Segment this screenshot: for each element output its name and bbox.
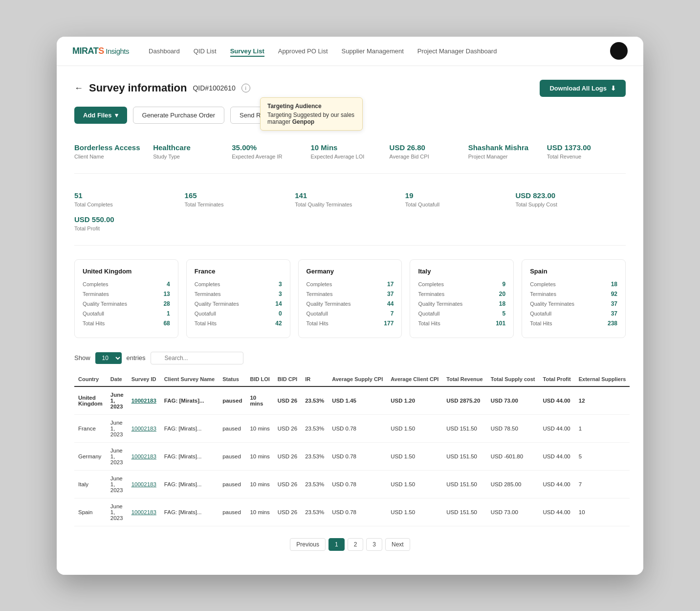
country-stat-row: Terminates 92 xyxy=(530,291,617,297)
nav-qid-list[interactable]: QID List xyxy=(194,45,217,57)
pagination-previous[interactable]: Previous xyxy=(290,538,326,551)
table-cell-2-2: 10002183 xyxy=(128,442,160,470)
pagination-next[interactable]: Next xyxy=(385,538,410,551)
show-label: Show xyxy=(74,354,90,362)
country-stat-value: 68 xyxy=(163,320,170,327)
table-cell-4-12: USD 44.00 xyxy=(539,498,575,526)
info-icon[interactable]: i xyxy=(241,84,250,92)
table-cell-1-8: USD 0.78 xyxy=(328,414,387,442)
search-input[interactable] xyxy=(151,352,243,364)
nav-approved-po[interactable]: Approved PO List xyxy=(278,45,328,57)
table-cell-2-3: FAG: [Mirats]... xyxy=(160,442,219,470)
stat-value: 19 xyxy=(405,191,510,200)
add-files-button[interactable]: Add Files ▾ xyxy=(74,107,127,124)
stat-label: Client Name xyxy=(74,154,147,159)
survey-id-link[interactable]: 10002183 xyxy=(131,426,156,431)
country-stat-label: Quotafull xyxy=(195,311,216,317)
stat-value: 35.00% xyxy=(232,143,305,152)
table-cell-2-9: USD 1.50 xyxy=(387,442,442,470)
table-cell-4-11: USD 73.00 xyxy=(487,498,539,526)
survey-id-link[interactable]: 10002183 xyxy=(131,398,156,404)
table-cell-0-11: USD 73.00 xyxy=(487,386,539,415)
country-stat-value: 17 xyxy=(387,281,394,288)
table-cell-4-8: USD 0.78 xyxy=(328,498,387,526)
stats-row-2: 51Total Completes165Total Terminates141T… xyxy=(74,187,626,246)
country-stat-row: Total Hits 42 xyxy=(195,320,282,327)
survey-id-link[interactable]: 10002183 xyxy=(131,453,156,459)
table-cell-3-0: Italy xyxy=(74,470,107,498)
table-cell-1-4: paused xyxy=(219,414,246,442)
table-cell-1-0: France xyxy=(74,414,107,442)
country-stat-value: 20 xyxy=(499,291,505,297)
country-stat-label: Completes xyxy=(530,281,556,287)
navigation: MIRATS Insights Dashboard QID List Surve… xyxy=(57,37,643,66)
country-stat-row: Completes 9 xyxy=(418,281,505,288)
table-cell-3-3: FAG: [Mirats]... xyxy=(160,470,219,498)
country-stat-value: 37 xyxy=(387,291,394,297)
country-name: Germany xyxy=(306,268,394,275)
country-stat-value: 92 xyxy=(611,291,617,297)
table-header-12: Total Profit xyxy=(539,372,575,386)
country-stat-row: Terminates 37 xyxy=(306,291,394,297)
generate-po-button[interactable]: Generate Purchase Order xyxy=(133,107,225,124)
nav-pm-dashboard[interactable]: Project Manager Dashboard xyxy=(417,45,497,57)
table-cell-4-9: USD 1.50 xyxy=(387,498,442,526)
country-stat-value: 4 xyxy=(167,281,170,288)
tooltip-title: Targeting Audience xyxy=(267,103,355,110)
entries-select[interactable]: 10 25 50 xyxy=(95,352,122,364)
country-stat-label: Quotafull xyxy=(306,311,328,317)
country-stat-row: Quotafull 37 xyxy=(530,310,617,317)
pagination-page-1[interactable]: 1 xyxy=(328,538,345,551)
country-stat-value: 7 xyxy=(391,310,394,317)
country-stat-value: 18 xyxy=(611,281,617,288)
table-cell-2-11: USD -601.80 xyxy=(487,442,539,470)
table-header-3: Client Survey Name xyxy=(160,372,219,386)
country-card-0: United Kingdom Completes 4 Terminates 13… xyxy=(74,259,178,338)
country-stat-row: Terminates 13 xyxy=(83,291,170,297)
pagination: Previous123Next xyxy=(74,538,626,551)
country-card-3: Italy Completes 9 Terminates 20 Quality … xyxy=(410,259,514,338)
table-cell-3-8: USD 0.78 xyxy=(328,470,387,498)
country-stat-label: Total Hits xyxy=(195,320,217,326)
table-cell-4-7: 23.53% xyxy=(301,498,328,526)
table-cell-0-12: USD 44.00 xyxy=(539,386,575,415)
table-cell-4-6: USD 26 xyxy=(274,498,301,526)
country-stat-row: Total Hits 177 xyxy=(306,320,394,327)
pagination-page-3[interactable]: 3 xyxy=(366,538,382,551)
table-cell-2-8: USD 0.78 xyxy=(328,442,387,470)
country-stat-row: Total Hits 68 xyxy=(83,320,170,327)
stat-value: Shashank Mishra xyxy=(468,143,541,152)
table-cell-1-11: USD 78.50 xyxy=(487,414,539,442)
nav-dashboard[interactable]: Dashboard xyxy=(149,45,180,57)
table-cell-3-9: USD 1.50 xyxy=(387,470,442,498)
pagination-page-2[interactable]: 2 xyxy=(348,538,364,551)
stat-value: Borderless Access xyxy=(74,143,147,152)
download-all-logs-button[interactable]: Download All Logs ⬇ xyxy=(540,80,626,97)
stat-item-3: 10 MinsExpected Average LOI xyxy=(310,139,389,163)
country-stat-label: Quotafull xyxy=(83,311,104,317)
table-cell-4-1: June 1, 2023 xyxy=(107,498,128,526)
table-header-6: BID CPI xyxy=(274,372,301,386)
stat-label: Total Quality Terminates xyxy=(295,202,399,207)
table-cell-2-1: June 1, 2023 xyxy=(107,442,128,470)
stat-item-r2-1: 165Total Terminates xyxy=(185,187,295,211)
survey-id-link[interactable]: 10002183 xyxy=(131,481,156,487)
page-header: ← Survey information QID#1002610 i Targe… xyxy=(74,80,626,97)
country-stat-value: 37 xyxy=(611,300,617,307)
country-card-1: France Completes 3 Terminates 3 Quality … xyxy=(186,259,290,338)
back-button[interactable]: ← xyxy=(74,83,83,93)
table-cell-3-2: 10002183 xyxy=(128,470,160,498)
table-cell-0-4: paused xyxy=(219,386,246,415)
data-table: CountryDateSurvey IDClient Survey NameSt… xyxy=(74,372,630,526)
country-stat-label: Quotafull xyxy=(418,311,439,317)
country-stat-label: Terminates xyxy=(530,291,556,297)
table-cell-1-1: June 1, 2023 xyxy=(107,414,128,442)
table-controls: Show 10 25 50 entries 🔍 xyxy=(74,352,626,364)
avatar[interactable] xyxy=(610,42,628,60)
nav-supplier-management[interactable]: Supplier Management xyxy=(342,45,404,57)
stat-value: USD 550.00 xyxy=(74,215,179,224)
table-cell-0-2: 10002183 xyxy=(128,386,160,415)
survey-id-link[interactable]: 10002183 xyxy=(131,509,156,515)
country-stat-label: Total Hits xyxy=(530,320,552,326)
nav-survey-list[interactable]: Survey List xyxy=(230,45,264,57)
